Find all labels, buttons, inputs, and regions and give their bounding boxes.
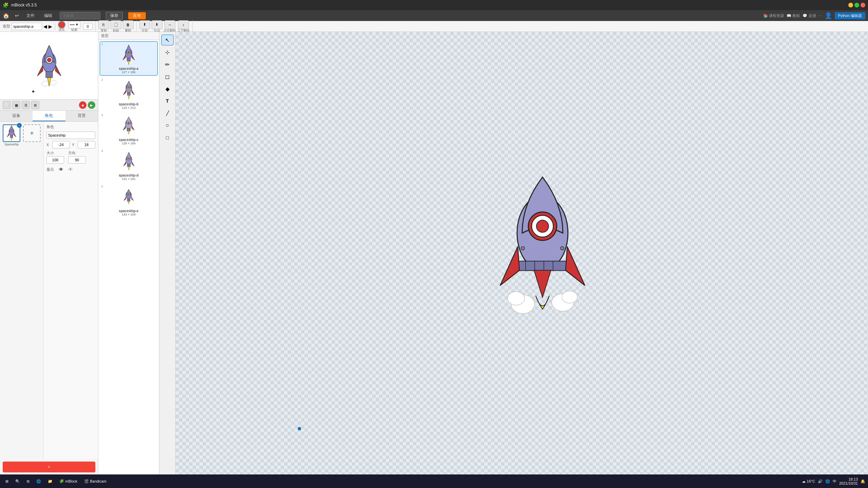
tile-view-button[interactable]: ⊞ xyxy=(31,101,39,109)
costume-panel: 造型 1 xyxy=(98,32,159,488)
svg-rect-15 xyxy=(127,58,131,61)
menu-item-file[interactable]: 文件 xyxy=(24,12,37,20)
project-name-input[interactable] xyxy=(60,12,100,19)
taskbar-right: ☁ 16°C 🔊 🌐 中 18:13 2021/10/31 🔔 xyxy=(802,477,865,485)
search-taskbar-button[interactable]: 🔍 xyxy=(13,475,23,487)
menu-more[interactable]: ··· xyxy=(819,14,822,18)
rect-tool-button[interactable]: □ xyxy=(161,132,174,143)
maximize-button[interactable] xyxy=(854,3,859,7)
y-input[interactable] xyxy=(78,141,95,148)
sprite-name-input[interactable] xyxy=(12,23,42,30)
svg-point-48 xyxy=(562,291,577,303)
prop-color-label: 角色 xyxy=(46,124,54,129)
menu-share-icon[interactable]: ↩ xyxy=(15,13,19,18)
fill-tool-button[interactable]: ◆ xyxy=(161,83,174,94)
to-front-button[interactable]: ⬆ xyxy=(139,20,150,29)
prev-sprite-icon[interactable]: ◀ xyxy=(43,24,47,29)
canvas-checkered-bg[interactable] xyxy=(176,32,868,478)
sprite-delete-icon[interactable]: × xyxy=(17,123,22,128)
reshape-tool-button[interactable]: ⊹ xyxy=(161,47,174,58)
play-button[interactable]: ▶ xyxy=(88,101,95,109)
svg-point-28 xyxy=(128,158,130,160)
flip-v-button[interactable]: ↕ xyxy=(178,20,189,29)
x-input[interactable] xyxy=(52,141,70,148)
sprite-name-label: Spaceship xyxy=(3,143,20,146)
show-icon[interactable]: 👁 xyxy=(57,166,65,173)
canvas-area xyxy=(176,32,868,478)
expand-view-button[interactable]: ⬜ xyxy=(3,101,11,109)
svg-point-24 xyxy=(128,122,130,124)
mblock-taskbar-btn[interactable]: 🧩 mBlock xyxy=(57,475,80,487)
cursor-tool-button[interactable]: ↖ xyxy=(161,35,174,45)
close-sprite-button[interactable]: × xyxy=(3,462,95,472)
minimize-button[interactable] xyxy=(848,3,853,7)
menu-tutorial[interactable]: 📖 教程 xyxy=(787,13,800,18)
tab-sprite[interactable]: 角色 xyxy=(33,111,65,121)
show-label: 显示 xyxy=(46,167,54,172)
size-input[interactable] xyxy=(46,156,64,164)
flip-h-button[interactable]: ↔ xyxy=(164,20,175,29)
next-sprite-icon[interactable]: ▶ xyxy=(48,24,52,29)
stage-rocket-preview xyxy=(36,44,63,88)
paste-button[interactable]: 📋 xyxy=(111,20,121,29)
svg-point-16 xyxy=(125,62,128,65)
taskbar-lang[interactable]: 中 xyxy=(833,479,836,484)
costume-toolbar: 造型 ◀ ▶ 填充 ▼ 轮廓 ⎘ 复制 📋 粘贴 🗑 删除 xyxy=(0,21,868,32)
user-avatar[interactable]: 👤 xyxy=(825,12,832,19)
svg-rect-3 xyxy=(46,72,53,78)
to-back-button[interactable]: ⬇ xyxy=(152,20,162,29)
text-tool-button[interactable]: T xyxy=(161,96,174,106)
delete-button[interactable]: 🗑 xyxy=(123,20,134,29)
costume-item-4[interactable]: 4 spaceship-d 131 × 181 xyxy=(100,148,158,182)
outline-btn[interactable]: ▼ xyxy=(68,21,80,28)
browser-taskbar-btn[interactable]: 🌐 xyxy=(34,475,44,487)
line-tool-button[interactable]: ╱ xyxy=(161,108,174,119)
files-taskbar-btn[interactable]: 📁 xyxy=(45,475,55,487)
circle-tool-button[interactable]: ○ xyxy=(161,120,174,131)
hide-icon[interactable]: 👁 xyxy=(67,166,74,173)
publish-button[interactable]: 发布 xyxy=(128,12,146,19)
grid-view-button[interactable]: ▦ xyxy=(12,101,20,109)
costume-item-3[interactable]: 3 spaceship-c 128 × 184 xyxy=(100,113,158,147)
tab-device[interactable]: 设备 xyxy=(0,111,33,121)
bandicam-taskbar-btn[interactable]: 🎬 Bandicam xyxy=(81,475,109,487)
taskbar: ⊞ 🔍 ⧉ 🌐 📁 🧩 mBlock 🎬 Bandicam ☁ 16°C 🔊 🌐… xyxy=(0,474,868,488)
layer-section: ⬆ 往前 ⬇ 往后 ↔ 左右翻转 ↕ 上下翻转 xyxy=(139,20,193,33)
start-button[interactable]: ⊞ xyxy=(3,475,11,487)
tab-background[interactable]: 背景 xyxy=(65,111,98,121)
python-editor-button[interactable]: Python 编辑器 xyxy=(835,12,865,19)
list-view-button[interactable]: ☰ xyxy=(22,101,30,109)
menu-feedback[interactable]: 💬 反馈 xyxy=(803,13,816,18)
taskbar-notification[interactable]: 🔔 xyxy=(861,479,865,484)
stop-button[interactable]: ■ xyxy=(79,101,86,109)
sprite-add-button[interactable]: + xyxy=(23,124,41,142)
svg-point-4 xyxy=(42,81,48,86)
menu-courses[interactable]: 📚 课程资源 xyxy=(763,13,784,18)
outline-size-input[interactable] xyxy=(83,23,93,30)
fill-color-swatch[interactable] xyxy=(58,21,65,28)
menu-home-icon[interactable]: 🏠 xyxy=(3,13,9,19)
editor-area: ↖ ⊹ ✏ ◻ ◆ T ╱ ○ □ xyxy=(159,32,868,488)
app-icon: 🧩 xyxy=(3,2,8,8)
costume-item-2[interactable]: 2 spaceship-b 110 × 214 xyxy=(100,77,158,111)
sprite-name-input[interactable] xyxy=(46,131,95,139)
svg-point-2 xyxy=(47,58,51,62)
costume-header: 造型 xyxy=(98,32,159,40)
pencil-tool-button[interactable]: ✏ xyxy=(161,59,174,70)
taskview-button[interactable]: ⧉ xyxy=(24,475,32,487)
costume-item-5[interactable]: 5 spaceship-e 143 × 159 xyxy=(100,184,158,218)
taskbar-network-icon[interactable]: 🌐 xyxy=(825,479,830,484)
direction-input[interactable] xyxy=(68,156,86,164)
menu-item-edit[interactable]: 编辑 xyxy=(42,12,54,20)
svg-point-11 xyxy=(12,139,14,140)
save-button[interactable]: 保存 xyxy=(106,12,123,20)
canvas-rocket-sprite xyxy=(498,170,587,316)
costume-info-1: spaceship-a 127 × 186 xyxy=(119,67,139,74)
close-button[interactable] xyxy=(861,3,865,7)
sprite-card-spaceship[interactable]: × S xyxy=(3,124,20,146)
costume-num-1: 1 xyxy=(101,42,103,46)
taskbar-volume-icon[interactable]: 🔊 xyxy=(818,479,823,484)
copy-button[interactable]: ⎘ xyxy=(98,20,109,29)
eraser-tool-button[interactable]: ◻ xyxy=(161,71,174,82)
costume-item-1[interactable]: 1 spaceship xyxy=(100,41,158,76)
